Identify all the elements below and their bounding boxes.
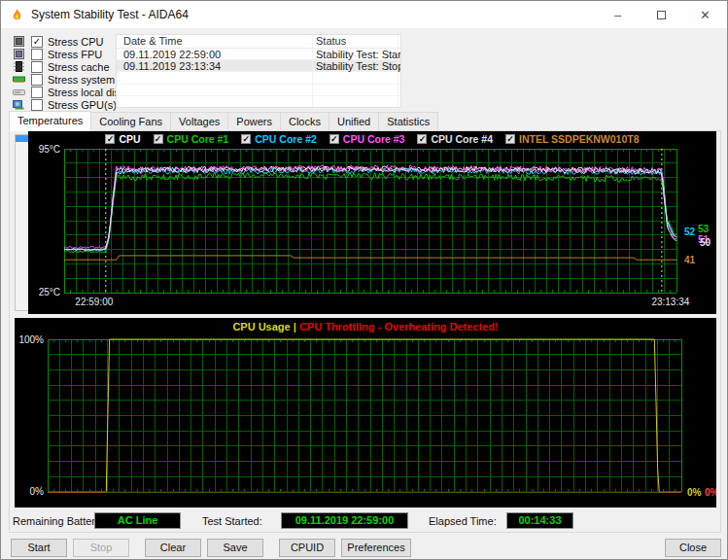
caption-buttons: – ✕ [596,1,727,28]
legend-item-intel-ssdpeknw010t8[interactable]: ✓INTEL SSDPEKNW010T8 [505,133,640,145]
checkbox-unchecked[interactable] [31,61,43,73]
checkbox-unchecked[interactable] [31,99,43,111]
tab-clocks[interactable]: Clocks [280,112,329,131]
disk-icon [13,87,25,97]
end-value-label: 0% [705,487,716,498]
remaining-battery-value: AC Line [94,512,181,529]
close-button[interactable]: Close [665,539,721,557]
fpu-icon [13,49,25,59]
cell-status: Stability Test: Stopped [313,60,399,71]
end-value-label: 0% [687,487,702,498]
test-started-value: 09.11.2019 22:59:00 [281,512,408,529]
minimize-button[interactable]: – [596,1,640,28]
elapsed-time-label: Elapsed Time: [429,515,497,527]
memory-icon [13,74,25,85]
cpu-icon [13,36,25,47]
checkbox-checked-icon[interactable]: ✓ [154,134,163,144]
table-header-row: Date & TimeStatus [117,35,400,49]
maximize-button[interactable] [640,1,683,28]
legend-item-cpu[interactable]: ✓CPU [105,133,140,145]
cell-empty [117,72,313,83]
legend-item-cpu-core-3[interactable]: ✓CPU Core #3 [329,133,405,145]
cell-empty [117,85,313,95]
table-row-empty [117,72,400,84]
legend-label: INTEL SSDPEKNW010T8 [519,133,640,145]
end-value-label: 50 [700,237,711,248]
temperature-chart: 5253515041 [28,131,716,314]
tab-statistics[interactable]: Statistics [378,112,438,131]
cpu-usage-chart-panel: CPU Usage | CPU Throttling - Overheating… [15,318,716,508]
scrollbar-thumb[interactable] [16,135,28,142]
checkbox-unchecked[interactable] [31,87,43,98]
legend-item-cpu-core-4[interactable]: ✓CPU Core #4 [417,133,493,145]
save-button[interactable]: Save [207,539,263,557]
table-row[interactable]: 09.11.2019 22:59:00Stability Test: Start… [117,49,400,60]
y-axis-min-label: 25°C [28,287,60,298]
system-stability-test-window: System Stability Test - AIDA64 – ✕ ✓Stre… [0,0,728,560]
stress-option-label: Stress FPU [48,49,102,60]
table-row-empty [117,85,400,96]
temperature-chart-panel: ✓CPU✓CPU Core #1✓CPU Core #2✓CPU Core #3… [28,131,716,314]
checkbox-checked-icon[interactable]: ✓ [105,134,115,144]
cpuid-button[interactable]: CPUID [279,539,335,557]
x-axis-end-label: 23:13:34 [647,297,694,307]
column-header-status[interactable]: Status [313,35,399,48]
end-value-label: 52 [684,227,696,237]
checkbox-checked-icon[interactable]: ✓ [241,134,251,144]
y-axis-min-label: 0% [15,486,44,497]
remaining-battery-label: Remaining Battery: [13,515,104,527]
cell-empty [313,85,399,95]
stress-option-label: Stress GPU(s) [48,99,117,111]
legend-item-cpu-core-2[interactable]: ✓CPU Core #2 [241,133,317,145]
cpu-usage-chart: 0%0% [15,318,716,508]
test-started-label: Test Started: [202,515,262,527]
legend-item-cpu-core-1[interactable]: ✓CPU Core #1 [154,133,229,145]
tab-powers[interactable]: Powers [227,112,281,131]
clear-button[interactable]: Clear [145,539,201,557]
stress-option-label: Stress cache [48,61,110,73]
elapsed-time-value: 00:14:33 [506,512,573,529]
cell-empty [117,96,313,107]
tab-strip: TemperaturesCooling FansVoltagesPowersCl… [9,112,437,131]
legend-label: CPU Core #3 [343,133,405,145]
stop-button: Stop [73,539,129,557]
checkbox-checked-icon[interactable]: ✓ [329,134,339,144]
table-row[interactable]: 09.11.2019 23:13:34Stability Test: Stopp… [117,60,400,72]
window-title: System Stability Test - AIDA64 [31,8,189,21]
cell-date-time: 09.11.2019 23:13:34 [117,60,313,71]
end-value-label: 53 [698,224,710,234]
y-axis-max-label: 100% [15,334,44,345]
tab-temperatures[interactable]: Temperatures [9,111,91,131]
checkbox-checked[interactable]: ✓ [31,36,43,48]
cache-icon [13,61,25,72]
y-axis-max-label: 95°C [28,144,60,155]
checkbox-unchecked[interactable] [31,49,43,60]
close-window-button[interactable]: ✕ [683,1,727,28]
temperature-scale-scrollbar[interactable] [15,134,29,311]
tab-unified[interactable]: Unified [329,112,379,131]
table-row-empty [117,96,400,108]
legend-label: CPU Core #2 [255,133,317,145]
preferences-button[interactable]: Preferences [341,539,411,557]
legend-label: CPU Core #4 [431,133,493,145]
checkbox-unchecked[interactable] [31,74,43,86]
column-header-date-time[interactable]: Date & Time [117,35,313,48]
start-button[interactable]: Start [11,539,67,557]
throttling-alert-label: CPU Throttling - Overheating Detected! [299,321,499,332]
checkbox-checked-icon[interactable]: ✓ [505,134,515,144]
tab-cooling-fans[interactable]: Cooling Fans [90,112,171,131]
cpu-usage-chart-title: CPU Usage | CPU Throttling - Overheating… [15,321,716,332]
gpu-icon [13,99,25,110]
cell-empty [313,72,399,83]
cpu-usage-label: CPU Usage [232,321,290,332]
stress-option-label: Stress CPU [48,36,103,48]
tab-voltages[interactable]: Voltages [170,112,228,131]
cell-date-time: 09.11.2019 22:59:00 [117,49,313,59]
flame-app-icon [10,8,24,22]
checkbox-checked-icon[interactable]: ✓ [417,134,427,144]
legend-label: CPU Core #1 [167,133,229,145]
cell-empty [313,96,399,107]
event-log-table[interactable]: Date & TimeStatus09.11.2019 22:59:00Stab… [116,34,401,108]
cell-status: Stability Test: Started [313,49,399,59]
title-bar: System Stability Test - AIDA64 – ✕ [1,1,727,28]
